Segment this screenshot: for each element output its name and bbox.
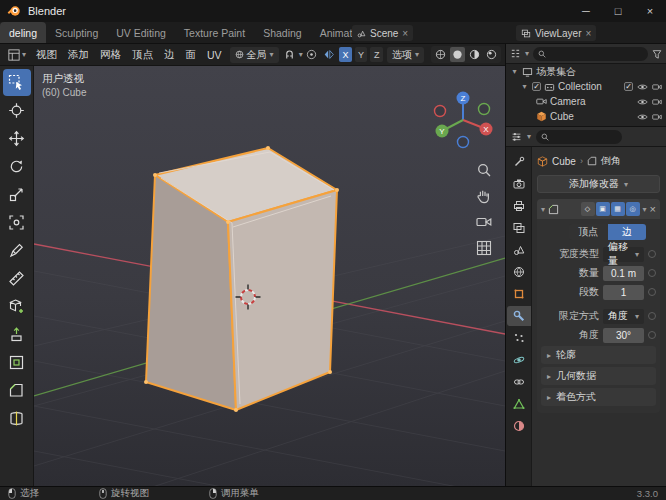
workspace-tab-uv-editing[interactable]: UV Editing <box>107 22 175 43</box>
on-cage-toggle[interactable]: ◇ <box>581 202 595 216</box>
collection-checkbox[interactable]: ✓ <box>532 82 541 91</box>
mirror-axis-z[interactable]: Z <box>370 47 383 62</box>
exclude-checkbox[interactable]: ✓ <box>624 82 633 91</box>
navigation-gizmo[interactable]: Z X Y <box>431 88 495 152</box>
animate-decorator[interactable] <box>648 288 656 296</box>
modifier-delete-icon[interactable]: × <box>650 203 656 215</box>
width-type-dropdown[interactable]: 偏移量 ▾ <box>603 247 644 262</box>
section-geometry[interactable]: ▸ 几何数据 <box>541 367 656 385</box>
gizmo-x-neg-axis[interactable] <box>435 106 446 117</box>
outliner-row-camera[interactable]: Camera <box>506 94 666 109</box>
properties-search-field[interactable] <box>536 130 622 144</box>
filter-funnel-icon[interactable] <box>652 49 662 59</box>
affect-edges-tab[interactable]: 边 <box>608 224 647 240</box>
expand-icon[interactable]: ▾ <box>520 82 529 91</box>
workspace-tab-shading[interactable]: Shading <box>254 22 311 43</box>
tab-particle-properties[interactable] <box>507 328 531 348</box>
tool-move[interactable] <box>3 125 31 152</box>
animate-decorator[interactable] <box>648 269 656 277</box>
viewport[interactable]: 用户透视 (60) Cube Z X Y <box>34 66 505 486</box>
hide-eye-icon[interactable] <box>637 98 648 106</box>
render-camera-icon[interactable] <box>652 113 662 121</box>
grid-ortho-icon[interactable] <box>476 240 492 256</box>
section-shading[interactable]: ▸ 着色方式 <box>541 388 656 406</box>
tab-render-properties[interactable] <box>507 174 531 194</box>
tab-output-properties[interactable] <box>507 196 531 216</box>
shading-material-button[interactable] <box>467 47 482 62</box>
tool-scale[interactable] <box>3 181 31 208</box>
menu-view[interactable]: 视图 <box>31 48 62 62</box>
transform-orientation-dropdown[interactable]: 全局 ▾ <box>230 47 279 63</box>
camera-view-icon[interactable] <box>476 214 492 230</box>
tab-viewlayer-properties[interactable] <box>507 218 531 238</box>
gizmo-z-neg-axis[interactable] <box>458 137 469 148</box>
tool-cursor[interactable] <box>3 97 31 124</box>
shading-wireframe-button[interactable] <box>433 47 448 62</box>
gizmo-y-neg-axis[interactable] <box>479 104 490 115</box>
outliner-row-cube[interactable]: Cube <box>506 109 666 124</box>
outliner-editor-icon[interactable] <box>510 48 521 59</box>
panel-expand-icon[interactable]: ▾ <box>541 205 545 214</box>
menu-mesh[interactable]: 网格 <box>95 48 126 62</box>
tab-constraint-properties[interactable] <box>507 372 531 392</box>
angle-field[interactable]: 30° <box>603 328 644 343</box>
breadcrumb-modifier[interactable]: 倒角 <box>601 154 621 168</box>
render-camera-icon[interactable] <box>652 83 662 91</box>
cube-mesh[interactable] <box>146 148 337 410</box>
tab-scene-properties[interactable] <box>507 240 531 260</box>
shading-solid-button[interactable] <box>450 47 465 62</box>
hide-eye-icon[interactable] <box>637 83 648 91</box>
tab-physics-properties[interactable] <box>507 350 531 370</box>
amount-field[interactable]: 0.1 m <box>603 266 644 281</box>
workspace-tab-sculpting[interactable]: Sculpting <box>46 22 107 43</box>
tool-annotate[interactable] <box>3 237 31 264</box>
edit-mode-toggle[interactable]: ▣ <box>596 202 610 216</box>
shading-rendered-button[interactable] <box>484 47 499 62</box>
outliner-row-collection[interactable]: ▾ ✓ Collection ✓ <box>506 79 666 94</box>
hide-eye-icon[interactable] <box>637 113 648 121</box>
scene-unlink-icon[interactable]: × <box>402 28 408 39</box>
menu-add[interactable]: 添加 <box>63 48 94 62</box>
outliner-row-scene-collection[interactable]: ▾ 场景集合 <box>506 64 666 79</box>
chevron-down-icon[interactable]: ▾ <box>525 49 529 58</box>
tab-object-data-properties[interactable] <box>507 394 531 414</box>
tool-extrude-region[interactable] <box>3 321 31 348</box>
menu-uv[interactable]: UV <box>202 49 227 61</box>
tab-modifier-properties[interactable] <box>507 306 531 326</box>
modifier-extras-menu-icon[interactable]: ▾ <box>643 205 647 214</box>
section-profile[interactable]: ▸ 轮廓 <box>541 346 656 364</box>
tool-inset-faces[interactable] <box>3 349 31 376</box>
affect-vertices-tab[interactable]: 顶点 <box>569 224 608 240</box>
segments-field[interactable]: 1 <box>603 285 644 300</box>
zoom-icon[interactable] <box>476 162 492 178</box>
menu-edge[interactable]: 边 <box>159 48 180 62</box>
render-camera-icon[interactable] <box>652 98 662 106</box>
tool-bevel[interactable] <box>3 377 31 404</box>
tool-select-box[interactable] <box>3 69 31 96</box>
viewlayer-unlink-icon[interactable]: × <box>586 28 592 39</box>
tool-add-cube[interactable] <box>3 293 31 320</box>
pan-hand-icon[interactable] <box>476 188 492 204</box>
mirror-axis-y[interactable]: Y <box>355 47 368 62</box>
properties-editor-icon[interactable] <box>511 131 522 142</box>
mirror-toggle[interactable] <box>321 47 337 63</box>
tool-rotate[interactable] <box>3 153 31 180</box>
tab-material-properties[interactable] <box>507 416 531 436</box>
viewlayer-selector[interactable]: ViewLayer × <box>516 25 596 41</box>
menu-vertex[interactable]: 顶点 <box>127 48 158 62</box>
tab-world-properties[interactable] <box>507 262 531 282</box>
breadcrumb-object[interactable]: Cube <box>552 156 576 167</box>
workspace-tab-texture-paint[interactable]: Texture Paint <box>175 22 254 43</box>
editor-type-selector[interactable]: ▾ <box>4 49 30 61</box>
tool-loop-cut[interactable] <box>3 405 31 432</box>
tool-measure[interactable] <box>3 265 31 292</box>
mirror-axis-x[interactable]: X <box>339 47 352 62</box>
options-dropdown[interactable]: 选项 ▾ <box>387 47 424 63</box>
minimize-button[interactable]: ─ <box>570 0 602 22</box>
chevron-down-icon[interactable]: ▾ <box>527 132 531 141</box>
proportional-editing-toggle[interactable] <box>304 47 320 63</box>
workspace-tab-modeling[interactable]: deling <box>0 22 46 43</box>
snap-toggle[interactable] <box>282 47 298 63</box>
limit-method-dropdown[interactable]: 角度 ▾ <box>603 309 644 324</box>
scene-selector[interactable]: Scene × <box>352 25 413 41</box>
